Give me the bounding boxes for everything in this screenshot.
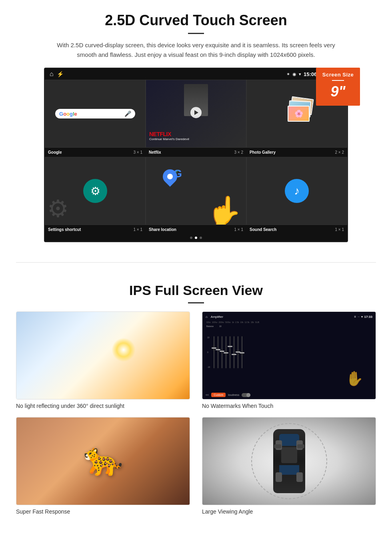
amp-title: Amplifier [211, 315, 223, 319]
mic-icon[interactable]: 🎤 [124, 110, 131, 117]
feature-cheetah: 🐆 Super Fast Response [16, 417, 190, 515]
amp-menu: ≡ [354, 315, 356, 319]
slider-4[interactable] [226, 336, 226, 368]
amp-wifi: ▾ [361, 315, 363, 319]
settings-ghost: ⚙ [47, 195, 69, 223]
amp-y-axis: 100-10 [207, 336, 212, 368]
custom-button[interactable]: Custom [211, 393, 226, 397]
amp-dots: ·· [358, 315, 359, 319]
car-image [202, 417, 376, 505]
section-curved: 2.5D Curved Touch Screen With 2.5D curve… [0, 0, 392, 250]
photo-label: Photo Gallery 2 × 2 [246, 149, 347, 155]
share-location-tile[interactable]: G ✓ 👆 [146, 157, 246, 225]
badge-divider [332, 80, 344, 81]
sound-label: Sound Search 1 × 1 [246, 227, 347, 233]
sound-search-tile[interactable]: ♪ [246, 157, 347, 225]
google-name: Google [48, 150, 62, 155]
netflix-size: 3 × 2 [234, 150, 243, 155]
google-size: 3 × 1 [133, 150, 142, 155]
amp-home-icon: ⌂ [206, 315, 208, 319]
settings-icon-circle: ⚙ [83, 179, 107, 203]
amp-bars: 100-10 [206, 328, 372, 368]
sound-size: 1 × 1 [335, 227, 344, 232]
google-label: Google 3 × 1 [45, 149, 146, 155]
netflix-name: Netflix [149, 150, 161, 155]
toggle-thumb [246, 393, 250, 397]
home-icon[interactable]: ⌂ [50, 70, 54, 78]
thumb-5 [228, 346, 232, 347]
loudness-toggle[interactable] [242, 393, 250, 397]
amp-header: ⌂ Amplifier ≡ ·· ▾ 17:33 [206, 315, 372, 319]
amp-freq-labels: 60hz100hz200hz500hz1k2.5k10k12.5k15kSUB [206, 321, 372, 323]
thumb-6 [232, 354, 236, 355]
feature-watermarks: ⌂ Amplifier ≡ ·· ▾ 17:33 60hz100hz200hz5… [202, 311, 376, 409]
slider-5[interactable] [230, 336, 230, 368]
music-note-icon: ♪ [294, 185, 300, 197]
status-bar: ⌂ ⚡ ✶ ◉ ▾ 15:06 ⊡ ◁) ⊠ ▭ [45, 68, 347, 80]
cheetah-icon: 🐆 [83, 440, 123, 478]
wheel-rear-left [276, 472, 282, 482]
amp-back[interactable]: << [206, 393, 209, 396]
settings-label: Settings shortcut 1 × 1 [45, 227, 146, 233]
google-tile[interactable]: Google 🎤 [45, 80, 146, 148]
google-logo: Google [59, 111, 77, 117]
maps-inner [167, 174, 173, 179]
slider-2[interactable] [218, 336, 218, 368]
slider-6[interactable] [234, 336, 234, 368]
section2-divider [188, 302, 204, 303]
app-grid: Google 🎤 [45, 80, 347, 234]
play-button[interactable] [190, 107, 202, 118]
section-ips: IPS Full Screen View No light reflecting… [0, 275, 392, 527]
sunlight-image [16, 311, 190, 399]
photo-card-3: 🌸 [288, 106, 310, 122]
settings-name: Settings shortcut [48, 227, 81, 232]
badge-size: 9" [319, 83, 357, 100]
thumb-8 [240, 352, 244, 353]
thumb-2 [216, 349, 220, 350]
amp-loudness-label: loudness [228, 393, 239, 396]
feature-car: Large Viewing Angle [202, 417, 376, 515]
cheetah-label: Super Fast Response [16, 508, 190, 515]
amp-sliders: ✋ [214, 336, 371, 368]
time-display: 15:06 [304, 71, 317, 77]
cheetah-image: 🐆 [16, 417, 190, 505]
thumb-4 [224, 352, 228, 353]
car-rear-window [279, 465, 299, 475]
feature-grid: No light reflecting under 360° direct su… [16, 311, 376, 515]
bluetooth-icon: ✶ [286, 72, 290, 77]
dot-2 [195, 237, 197, 239]
google-search-bar[interactable]: Google 🎤 [55, 109, 135, 118]
location-icon: ◉ [292, 72, 296, 77]
section1-title: 2.5D Curved Touch Screen [24, 12, 368, 29]
netflix-subtitle: Continue Marvel's Daredevil [149, 137, 243, 141]
netflix-tile[interactable]: NETFLIX Continue Marvel's Daredevil [146, 80, 246, 148]
slider-7[interactable] [238, 336, 238, 368]
app-tiles-row2: ⚙ ⚙ G [45, 157, 347, 225]
amplifier-visual: ⌂ Amplifier ≡ ·· ▾ 17:33 60hz100hz200hz5… [202, 312, 376, 399]
netflix-overlay: NETFLIX Continue Marvel's Daredevil [146, 131, 246, 141]
feature-sunlight: No light reflecting under 360° direct su… [16, 311, 190, 409]
amplifier-image: ⌂ Amplifier ≡ ·· ▾ 17:33 60hz100hz200hz5… [202, 311, 376, 399]
slider-1[interactable] [214, 336, 214, 368]
car-body [273, 429, 305, 493]
app-row-2: ⚙ ⚙ G [45, 157, 347, 234]
watermarks-label: No Watermarks When Touch [202, 403, 376, 409]
maps-check: ✓ [175, 169, 179, 174]
thumb-3 [220, 351, 224, 352]
car-top-view [265, 421, 313, 501]
dot-1 [190, 237, 192, 239]
share-size: 1 × 1 [234, 227, 243, 232]
amp-scale-labels: Balance 10 [206, 325, 372, 327]
screen-size-badge: Screen Size 9" [316, 68, 360, 106]
section2-title: IPS Full Screen View [16, 283, 376, 298]
slider-group [214, 336, 371, 368]
device-wrapper: Screen Size 9" ⌂ ⚡ ✶ ◉ ▾ 15:06 ⊡ ◁) ⊠ ▭ [44, 68, 348, 242]
sound-name: Sound Search [250, 227, 276, 232]
slider-3[interactable] [222, 336, 222, 368]
amp-hand-icon: ✋ [346, 370, 364, 387]
slider-8[interactable] [242, 336, 242, 368]
cheetah-visual: 🐆 [16, 417, 190, 505]
photo-size: 2 × 2 [335, 150, 344, 155]
settings-tile[interactable]: ⚙ ⚙ [45, 157, 146, 225]
sun-burst [112, 338, 136, 362]
